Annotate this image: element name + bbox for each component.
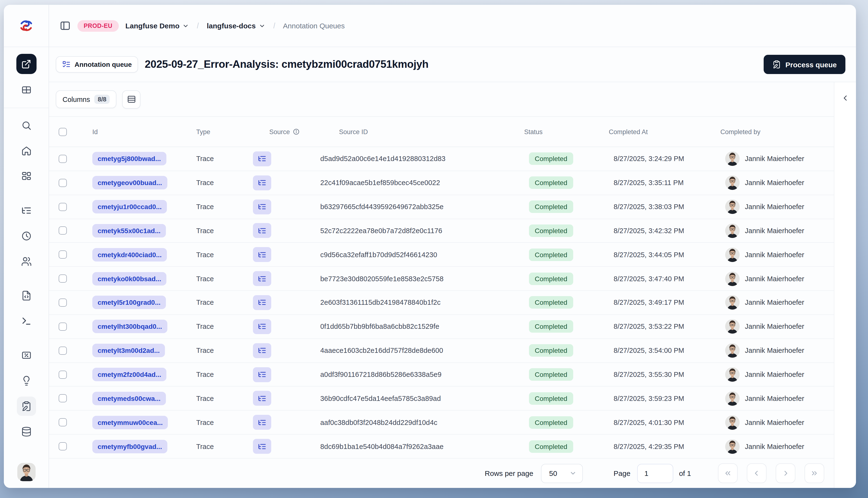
item-id-badge[interactable]: cmetyko0k00bsad... <box>92 272 167 285</box>
chevron-left-icon <box>753 469 761 477</box>
sidebar-item-prompts[interactable] <box>16 286 36 305</box>
sidebar-item-insights[interactable] <box>16 371 36 390</box>
source-trace-chip[interactable] <box>253 223 271 238</box>
completed-by-avatar <box>725 224 740 238</box>
sidebar-item-users[interactable] <box>16 252 36 271</box>
panel-left-toggle-icon[interactable] <box>60 20 71 31</box>
table-row[interactable]: cmetykdr400ciad0... Trace c9d56ca32efaff… <box>49 243 834 267</box>
table-row[interactable]: cmetylht300bqad0... Trace 0f1dd65b7bb9bf… <box>49 315 834 339</box>
row-checkbox[interactable] <box>59 202 67 211</box>
source-trace-chip[interactable] <box>253 199 271 214</box>
item-id-badge[interactable]: cmetykdr400ciad0... <box>92 248 167 262</box>
sidebar-item-home[interactable] <box>16 141 36 160</box>
row-checkbox[interactable] <box>59 274 67 283</box>
queue-title-bar: Annotation queue 2025-09-27_Error-Analys… <box>49 47 856 82</box>
source-trace-chip[interactable] <box>253 391 271 406</box>
table-row[interactable]: cmetyl5r100grad0... Trace 2e603f31361115… <box>49 291 834 315</box>
source-trace-chip[interactable] <box>253 415 271 430</box>
source-trace-chip[interactable] <box>253 152 271 166</box>
table-row[interactable]: cmetyju1r00ccad0... Trace b63297665cfd44… <box>49 195 834 219</box>
row-checkbox[interactable] <box>59 323 67 331</box>
row-checkbox[interactable] <box>59 155 67 163</box>
info-icon[interactable] <box>293 128 300 135</box>
column-header-source-id: Source ID <box>315 128 524 135</box>
select-all-checkbox[interactable] <box>59 128 67 136</box>
collapse-panel-button[interactable] <box>838 91 852 105</box>
source-trace-chip[interactable] <box>253 367 271 382</box>
sidebar-item-playground[interactable] <box>16 312 36 331</box>
user-avatar[interactable] <box>17 463 35 481</box>
item-id-badge[interactable]: cmetymyfb00gvad... <box>92 440 167 453</box>
source-trace-chip[interactable] <box>253 343 271 358</box>
org-logo[interactable] <box>4 5 49 47</box>
completed-at: 8/27/2025, 3:55:30 PM <box>613 371 684 378</box>
row-checkbox[interactable] <box>59 227 67 235</box>
first-page-button[interactable] <box>718 463 738 483</box>
annotation-queue-chip[interactable]: Annotation queue <box>56 56 138 73</box>
completed-by-name: Jannik Maierhoefer <box>745 443 804 450</box>
columns-button[interactable]: Columns 8/8 <box>56 90 117 108</box>
process-queue-button[interactable]: Process queue <box>764 55 845 74</box>
user-avatar-image <box>725 343 740 358</box>
sidebar-item-annotation-queues[interactable] <box>16 396 36 416</box>
item-id-badge[interactable]: cmetym2fz00d4ad... <box>92 368 167 381</box>
row-checkbox[interactable] <box>59 299 67 307</box>
sidebar-item-sessions[interactable] <box>16 226 36 246</box>
breadcrumb-project[interactable]: langfuse-docs <box>207 22 265 30</box>
row-checkbox[interactable] <box>59 394 67 403</box>
sidebar-item-open-external[interactable] <box>16 54 36 74</box>
completed-by-name: Jannik Maierhoefer <box>745 299 804 306</box>
item-id-badge[interactable]: cmetyk55x00c1ad... <box>92 224 166 237</box>
table-row[interactable]: cmetymeds00cwa... Trace 36b90cdfc47e5da1… <box>49 387 834 411</box>
sidebar-item-dashboards[interactable] <box>16 167 36 186</box>
rows-per-page-select[interactable]: 50 <box>541 464 583 483</box>
source-trace-chip[interactable] <box>253 439 271 454</box>
column-header-source: Source <box>248 128 315 135</box>
sidebar-item-tracing[interactable] <box>16 201 36 220</box>
last-page-button[interactable] <box>804 463 824 483</box>
row-checkbox[interactable] <box>59 370 67 379</box>
item-id-badge[interactable]: cmetygeov00buad... <box>92 176 167 189</box>
source-trace-chip[interactable] <box>253 271 271 286</box>
previous-page-button[interactable] <box>747 463 766 483</box>
completed-by-avatar <box>725 343 740 358</box>
breadcrumb-org[interactable]: Langfuse Demo <box>126 22 189 30</box>
table-row[interactable]: cmetyk55x00c1ad... Trace 52c72c2222ea78e… <box>49 219 834 243</box>
next-page-button[interactable] <box>776 463 795 483</box>
source-trace-chip[interactable] <box>253 319 271 334</box>
row-checkbox[interactable] <box>59 251 67 259</box>
table-row[interactable]: cmetymyfb00gvad... Trace 8dc69b1ba1e540b… <box>49 434 834 459</box>
table-row[interactable]: cmetyko0k00bsad... Trace be7723e30d80205… <box>49 267 834 291</box>
row-checkbox[interactable] <box>59 442 67 450</box>
sidebar-item-search[interactable] <box>16 116 36 135</box>
page-input[interactable] <box>637 464 673 483</box>
sidebar-item-evaluators[interactable] <box>16 345 36 365</box>
sidebar-item-tables[interactable] <box>16 80 36 100</box>
item-type: Trace <box>196 179 214 187</box>
source-trace-chip[interactable] <box>253 175 271 191</box>
source-trace-chip[interactable] <box>253 247 271 262</box>
source-trace-chip[interactable] <box>253 295 271 310</box>
item-id-badge[interactable]: cmetymmuw00cea... <box>92 416 168 429</box>
table-row[interactable]: cmetygeov00buad... Trace 22c41f09acae5b1… <box>49 171 834 195</box>
source-id: 2e603f31361115db24198478840b1f2c <box>320 299 440 306</box>
item-id-badge[interactable]: cmetyl5r100grad0... <box>92 296 166 309</box>
item-id-badge[interactable]: cmetyg5j800bwad... <box>92 152 166 166</box>
row-checkbox[interactable] <box>59 179 67 187</box>
row-checkbox[interactable] <box>59 418 67 427</box>
item-id-badge[interactable]: cmetymeds00cwa... <box>92 392 166 405</box>
table-row[interactable]: cmetym2fz00d4ad... Trace a0df3f901167218… <box>49 363 834 387</box>
row-height-button[interactable] <box>122 90 141 108</box>
table-row[interactable]: cmetymmuw00cea... Trace aaf0c38db0f3f204… <box>49 411 834 435</box>
item-id-badge[interactable]: cmetyju1r00ccad0... <box>92 200 167 213</box>
table-row[interactable]: cmetylt3m00d2ad... Trace 4aaece1603cb2e1… <box>49 339 834 363</box>
item-id-badge[interactable]: cmetylht300bqad0... <box>92 320 167 333</box>
row-checkbox[interactable] <box>59 346 67 354</box>
item-id-badge[interactable]: cmetylt3m00d2ad... <box>92 344 165 357</box>
table-row[interactable]: cmetyg5j800bwad... Trace d5ad9d52a00c6e1… <box>49 147 834 171</box>
lightbulb-icon <box>21 376 31 386</box>
trace-tree-icon <box>258 226 267 235</box>
rows-icon <box>127 95 136 104</box>
trace-tree-icon <box>258 370 267 379</box>
sidebar-item-datasets[interactable] <box>16 422 36 441</box>
